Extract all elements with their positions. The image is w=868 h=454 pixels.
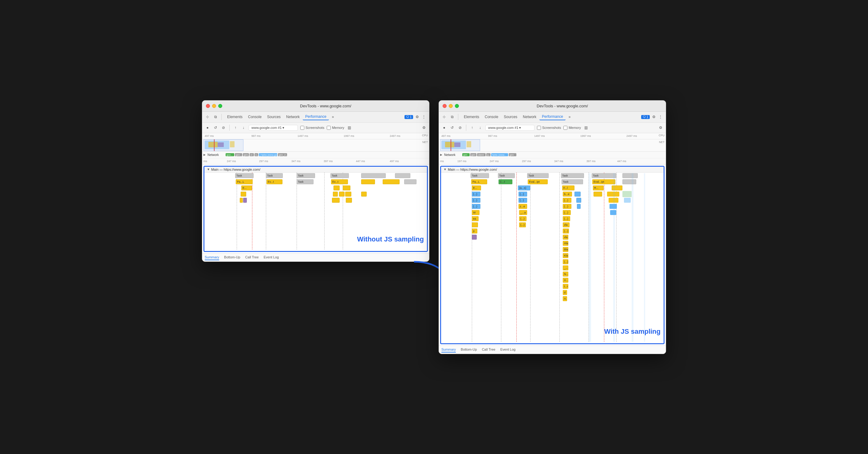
tab-bar: Elements Console Sources Network Perform… bbox=[225, 113, 402, 120]
left-tab-bottomup[interactable]: Bottom-Up bbox=[224, 255, 240, 260]
more-icon[interactable]: ⋮ bbox=[421, 114, 427, 120]
right-annotation: With JS sampling bbox=[604, 328, 660, 336]
right-tab-elements[interactable]: Elements bbox=[461, 114, 482, 120]
right-tab-eventlog[interactable]: Event Log bbox=[500, 347, 516, 352]
left-tabs-bottom: Summary Bottom-Up Call Tree Event Log bbox=[202, 253, 429, 261]
record-icon[interactable]: ● bbox=[205, 125, 210, 131]
right-tab-calltree[interactable]: Call Tree bbox=[482, 347, 495, 352]
right-tab-bottomup[interactable]: Bottom-Up bbox=[461, 347, 477, 352]
left-devtools-window: DevTools - www.google.com/ ⊹ ⧉ Elements … bbox=[202, 100, 429, 262]
reload-icon[interactable]: ↺ bbox=[213, 125, 218, 131]
right-top-ruler: 497 ms 997 ms 1497 ms 1997 ms 2497 ms CP… bbox=[439, 133, 666, 139]
right-tab-summary[interactable]: Summary bbox=[441, 347, 456, 352]
left-flame-chart: Task Task Task Task Pa...L Ev...t Task bbox=[205, 173, 427, 250]
left-address-row: ● ↺ ⊘ ↑ ↓ www.google.com #1 ▾ Screenshot… bbox=[202, 123, 429, 133]
left-main-header: ▼ Main — https://www.google.com/ bbox=[205, 167, 427, 173]
right-more-icon[interactable]: ⋮ bbox=[658, 114, 663, 120]
close-button[interactable] bbox=[206, 104, 210, 108]
right-reload-icon[interactable]: ↺ bbox=[450, 125, 455, 131]
right-settings-icon[interactable]: ⚙ bbox=[651, 114, 656, 120]
right-memory-checkbox-label[interactable]: Memory bbox=[563, 126, 581, 130]
left-timeline-overview: 497 ms 997 ms 1497 ms 1997 ms 2497 ms CP… bbox=[202, 133, 429, 152]
mini-cpu-chart: NET bbox=[202, 139, 429, 151]
right-tab-bar: Elements Console Sources Network Perform… bbox=[461, 113, 639, 120]
left-top-ruler: 497 ms 997 ms 1497 ms 1997 ms 2497 ms CP… bbox=[202, 133, 429, 139]
right-network-bars: gen gen client g... hpba (www... gen bbox=[462, 153, 664, 156]
layers-icon[interactable]: ⧉ bbox=[213, 114, 218, 120]
right-tab-console[interactable]: Console bbox=[482, 114, 501, 120]
right-close-button[interactable] bbox=[443, 104, 446, 108]
right-sep1 bbox=[458, 114, 458, 120]
tab-network[interactable]: Network bbox=[284, 114, 302, 120]
maximize-button[interactable] bbox=[218, 104, 222, 108]
right-address-row: ● ↺ ⊘ ↑ ↓ www.google.com #1 ▾ Screenshot… bbox=[439, 123, 666, 133]
screenshots-checkbox-label[interactable]: Screenshots bbox=[300, 126, 324, 130]
right-record-icon[interactable]: ● bbox=[441, 125, 447, 131]
clear-icon[interactable]: ⊘ bbox=[221, 125, 226, 131]
right-tab-more[interactable]: » bbox=[566, 114, 573, 120]
right-badge: 🗨 1 bbox=[641, 115, 650, 119]
left-network-bars: goo... gen ... gen... cl n... ( hpba (ww… bbox=[226, 153, 428, 156]
right-screenshots-checkbox[interactable] bbox=[537, 126, 541, 130]
tab-more[interactable]: » bbox=[330, 114, 337, 120]
right-main-section: ▼ Main — https://www.google.com/ bbox=[440, 166, 664, 344]
memory-checkbox-label[interactable]: Memory bbox=[327, 126, 344, 130]
left-second-ruler: ms 247 ms 297 ms 347 ms 397 ms 447 ms 49… bbox=[202, 159, 429, 165]
capture-settings-icon[interactable]: ⚙ bbox=[421, 125, 427, 131]
left-network-row: ▶ Network goo... gen ... gen... cl n... … bbox=[202, 152, 429, 159]
right-mini-cpu-chart: NET bbox=[439, 139, 666, 151]
right-network-row: ▶ Network gen gen client g... hpba (www.… bbox=[439, 152, 666, 159]
traffic-lights bbox=[206, 104, 222, 108]
badge: 🗨 1 bbox=[404, 115, 413, 119]
right-screenshots-checkbox-label[interactable]: Screenshots bbox=[537, 126, 561, 130]
memory-checkbox[interactable] bbox=[327, 126, 331, 130]
right-sep2 bbox=[466, 124, 466, 131]
left-titlebar: DevTools - www.google.com/ bbox=[202, 101, 429, 112]
right-toolbar: ⊹ ⧉ Elements Console Sources Network Per… bbox=[439, 112, 666, 123]
cursor-icon[interactable]: ⊹ bbox=[205, 114, 210, 120]
window-title: DevTools - www.google.com/ bbox=[226, 104, 425, 108]
right-memory-icon[interactable]: ▥ bbox=[583, 125, 589, 131]
right-cursor-icon[interactable]: ⊹ bbox=[441, 114, 447, 120]
left-tab-eventlog[interactable]: Event Log bbox=[264, 255, 279, 260]
right-second-ruler: ms 197 ms 247 ms 297 ms 347 ms 397 ms 44… bbox=[439, 159, 666, 165]
left-perf-content: 497 ms 997 ms 1497 ms 1997 ms 2497 ms CP… bbox=[202, 133, 429, 261]
minimize-button[interactable] bbox=[212, 104, 216, 108]
right-capture-settings-icon[interactable]: ⚙ bbox=[658, 125, 663, 131]
tab-elements[interactable]: Elements bbox=[225, 114, 245, 120]
right-tabs-bottom: Summary Bottom-Up Call Tree Event Log bbox=[439, 345, 666, 354]
tab-performance[interactable]: Performance bbox=[303, 113, 329, 120]
settings-icon[interactable]: ⚙ bbox=[414, 114, 420, 120]
tab-sources[interactable]: Sources bbox=[265, 114, 283, 120]
right-titlebar: DevTools - www.google.com/ bbox=[439, 101, 666, 112]
right-address-bar[interactable]: www.google.com #1 ▾ bbox=[485, 125, 534, 131]
sep2 bbox=[229, 124, 229, 131]
sep1 bbox=[221, 114, 222, 120]
right-tab-performance[interactable]: Performance bbox=[539, 113, 565, 120]
tab-console[interactable]: Console bbox=[246, 114, 264, 120]
screenshots-checkbox[interactable] bbox=[300, 126, 304, 130]
download-icon[interactable]: ↓ bbox=[241, 125, 246, 131]
right-tab-sources[interactable]: Sources bbox=[501, 114, 520, 120]
right-window-title: DevTools - www.google.com/ bbox=[463, 104, 662, 108]
left-annotation: Without JS sampling bbox=[357, 235, 424, 243]
upload-icon[interactable]: ↑ bbox=[233, 125, 238, 131]
right-devtools-window: DevTools - www.google.com/ ⊹ ⧉ Elements … bbox=[439, 100, 666, 354]
memory-icon[interactable]: ▥ bbox=[347, 125, 352, 131]
right-traffic-lights bbox=[443, 104, 459, 108]
left-tab-calltree[interactable]: Call Tree bbox=[245, 255, 259, 260]
left-tab-summary[interactable]: Summary bbox=[205, 255, 219, 260]
right-minimize-button[interactable] bbox=[449, 104, 453, 108]
right-maximize-button[interactable] bbox=[455, 104, 459, 108]
right-download-icon[interactable]: ↓ bbox=[477, 125, 483, 131]
right-timeline-overview: 497 ms 997 ms 1497 ms 1997 ms 2497 ms CP… bbox=[439, 133, 666, 152]
right-clear-icon[interactable]: ⊘ bbox=[457, 125, 463, 131]
right-memory-checkbox[interactable] bbox=[563, 126, 567, 130]
right-tab-network[interactable]: Network bbox=[520, 114, 539, 120]
right-main-header: ▼ Main — https://www.google.com/ bbox=[441, 167, 663, 173]
right-layers-icon[interactable]: ⧉ bbox=[450, 114, 455, 120]
address-bar[interactable]: www.google.com #1 ▾ bbox=[249, 125, 298, 131]
left-toolbar: ⊹ ⧉ Elements Console Sources Network Per… bbox=[202, 112, 429, 123]
right-upload-icon[interactable]: ↑ bbox=[469, 125, 475, 131]
right-flame-chart: Task Task Task Task Task Pa...L C...t Ev… bbox=[441, 173, 663, 342]
